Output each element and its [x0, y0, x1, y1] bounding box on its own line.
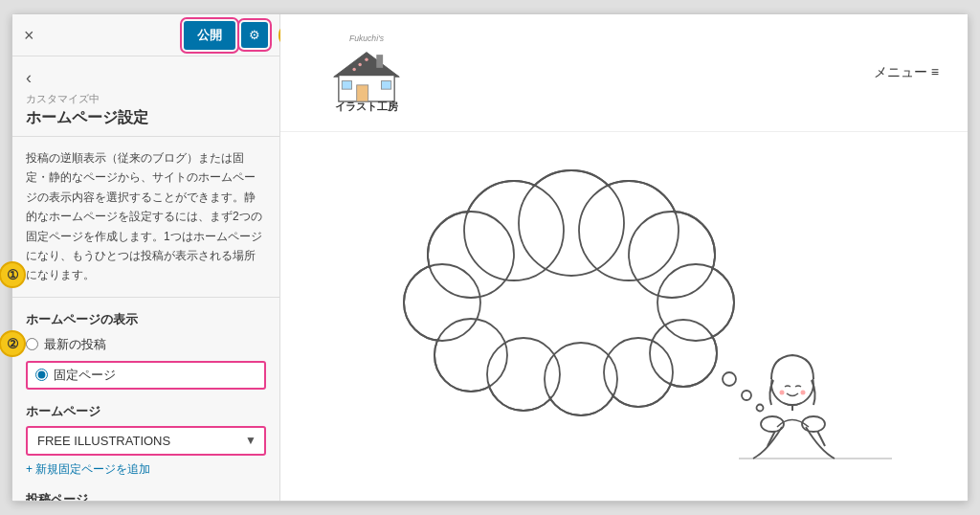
site-content: [280, 132, 968, 501]
site-logo: Fukuchi's: [309, 30, 424, 116]
svg-rect-3: [357, 85, 368, 101]
radio-fixed-page[interactable]: 固定ページ: [26, 361, 266, 390]
form-section: ホームページの表示 最新の投稿 固定ページ ホームページ FREE ILLUST…: [12, 298, 279, 501]
settings-button[interactable]: ⚙: [241, 22, 268, 48]
panel-title: ホームページ設定: [26, 108, 266, 128]
customizer-panel: × 公開 ⚙ ‹ カスタマイズ中 ホームページ設定 投稿の逆順表示（従来のブログ…: [12, 14, 280, 501]
badge-2: ②: [0, 330, 26, 357]
homepage-section-label: ホームページ: [26, 403, 266, 420]
radio-fixed-input[interactable]: [35, 369, 48, 381]
svg-point-36: [652, 322, 715, 385]
back-button[interactable]: ‹: [26, 68, 32, 88]
main-illustration: [356, 154, 892, 480]
radio-group: 最新の投稿 固定ページ: [26, 336, 266, 390]
svg-point-50: [742, 391, 751, 400]
homepage-select[interactable]: FREE ILLUSTRATIONS サンプルページ プライバシーポリシー: [28, 428, 264, 454]
svg-point-58: [801, 390, 806, 394]
svg-point-51: [757, 404, 764, 411]
logo-svg: Fukuchi's: [309, 30, 424, 116]
illustration-area: [300, 151, 948, 481]
radio-latest-posts[interactable]: 最新の投稿: [26, 336, 266, 353]
svg-point-7: [352, 68, 355, 71]
add-homepage-link[interactable]: + 新規固定ページを追加: [26, 461, 150, 478]
svg-point-49: [723, 372, 736, 386]
badge-1: ①: [0, 261, 26, 288]
svg-marker-1: [334, 53, 400, 78]
preview-panel: Fukuchi's: [280, 14, 968, 501]
svg-rect-6: [376, 55, 383, 68]
svg-rect-5: [381, 81, 390, 90]
description-text: 投稿の逆順表示（従来のブログ）または固定・静的なページから、サイトのホームページ…: [12, 137, 279, 298]
site-nav[interactable]: メニュー ≡: [874, 64, 939, 81]
svg-rect-4: [342, 81, 351, 90]
svg-text:イラスト工房: イラスト工房: [335, 101, 399, 112]
homepage-display-label: ホームページの表示: [26, 311, 266, 328]
customizing-label: カスタマイズ中: [26, 92, 266, 106]
svg-point-57: [780, 390, 785, 394]
site-header: Fukuchi's: [280, 14, 968, 132]
svg-text:Fukuchi's: Fukuchi's: [349, 34, 385, 43]
svg-point-9: [365, 58, 368, 61]
close-button[interactable]: ×: [24, 27, 34, 44]
post-page-section-label: 投稿ページ: [26, 491, 266, 501]
top-bar: × 公開 ⚙: [12, 14, 279, 56]
svg-point-8: [358, 63, 361, 66]
publish-button[interactable]: 公開: [184, 21, 235, 50]
homepage-select-wrapper: FREE ILLUSTRATIONS サンプルページ プライバシーポリシー ▼: [26, 426, 266, 456]
panel-header: ‹ カスタマイズ中 ホームページ設定: [12, 56, 279, 137]
radio-latest-input[interactable]: [26, 338, 38, 350]
